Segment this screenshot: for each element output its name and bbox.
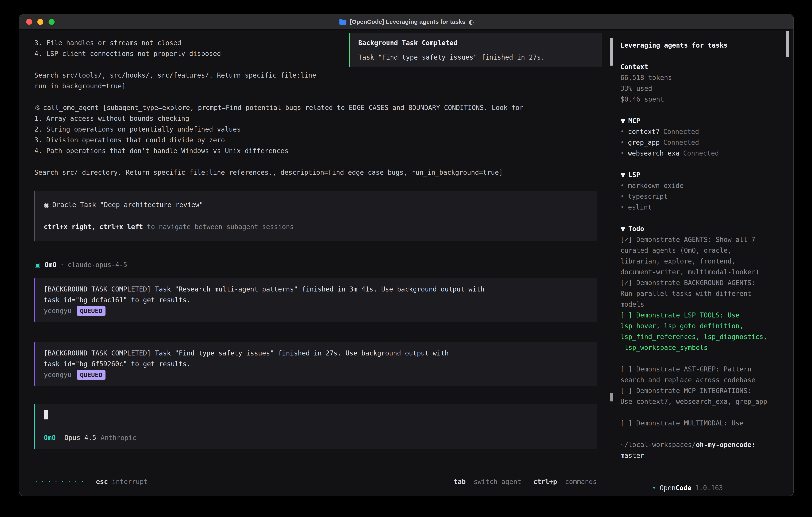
- status-badge: QUEUED: [77, 306, 106, 316]
- active-agent-label: OmO: [44, 432, 56, 443]
- workspace-repo: oh-my-opencode:: [696, 441, 755, 448]
- bullet-icon: •: [620, 203, 625, 211]
- toast-notification[interactable]: Background Task Completed Task "Find typ…: [349, 33, 602, 67]
- todo-item: [ ] Demonstrate MCP INTEGRATIONS: Use co…: [620, 385, 782, 407]
- brand-name: Open: [660, 484, 675, 492]
- log-line: Search src/tools/, src/hooks/, src/featu…: [34, 70, 597, 81]
- input-cursor-row: [44, 409, 588, 423]
- bullet-icon: •: [620, 193, 625, 200]
- agent-name: OmO: [45, 260, 57, 270]
- record-icon: ◉: [44, 201, 50, 209]
- message-line: [BACKGROUND TASK COMPLETED] Task "Find t…: [44, 348, 588, 359]
- context-used: 33% used: [620, 83, 782, 94]
- scrollbar-thumb[interactable]: [610, 393, 613, 402]
- context-section: Context 66,518 tokens 33% used $0.46 spe…: [620, 61, 782, 105]
- mcp-section: ▼MCP •context7Connected •grep_appConnect…: [620, 115, 782, 159]
- oracle-navigation-hint: ctrl+x right, ctrl+x left to navigate be…: [44, 221, 588, 232]
- minimize-window-button[interactable]: [37, 19, 44, 25]
- bullet-icon: •: [652, 484, 656, 492]
- context-tokens: 66,518 tokens: [620, 72, 782, 83]
- mcp-item: •context7Connected: [620, 126, 782, 137]
- lsp-item: •typescript: [620, 191, 782, 202]
- todo-item: [✓] Demonstrate BACKGROUND AGENTS: Run p…: [620, 277, 782, 310]
- hint-keys: ctrl+x right, ctrl+x left: [44, 223, 143, 231]
- conversation-scroll[interactable]: 3. File handles or streams not closed 4.…: [19, 30, 614, 468]
- window-title: [OpenCode] Leveraging agents for tasks ◐: [339, 19, 474, 25]
- app-window: [OpenCode] Leveraging agents for tasks ◐…: [19, 14, 794, 496]
- bullet-icon: •: [620, 149, 625, 157]
- status-badge: QUEUED: [77, 370, 106, 380]
- zoom-window-button[interactable]: [49, 19, 55, 25]
- tool-call-line: 1. Array access without bounds checking: [34, 113, 597, 124]
- message-author: yeongyu: [44, 370, 71, 380]
- workspace-path: ~/local-workspaces/oh-my-opencode: maste…: [620, 439, 782, 461]
- toast-body: Task "Find type safety issues" finished …: [358, 52, 594, 63]
- message-line: task_id="bg_dcfac161" to get results.: [44, 295, 588, 305]
- session-title: Leveraging agents for tasks: [620, 40, 782, 51]
- workspace-dir: ~/local-workspaces/: [620, 441, 696, 448]
- session-sidebar: Leveraging agents for tasks Context 66,5…: [614, 30, 793, 496]
- chevron-down-icon: ▼: [620, 117, 626, 125]
- message-line: [BACKGROUND TASK COMPLETED] Task "Resear…: [44, 284, 588, 295]
- oracle-task-title: ◉Oracle Task "Deep architecture review": [44, 199, 588, 210]
- todo-section-header[interactable]: ▼Todo: [620, 223, 782, 234]
- lsp-section-header[interactable]: ▼LSP: [620, 169, 782, 180]
- todo-item-current: [ ] Demonstrate LSP TOOLS: Use lsp_hover…: [620, 310, 782, 353]
- tool-call-header: ⚙call_omo_agent [subagent_type=explore, …: [34, 102, 597, 113]
- status-right: tab switch agent ctrl+p commands: [454, 477, 597, 487]
- agent-model: claude-opus-4-5: [68, 260, 127, 270]
- todo-item: [ ] Demonstrate AST-GREP: Pattern search…: [620, 364, 782, 385]
- bullet-icon: •: [620, 128, 625, 136]
- toast-title: Background Task Completed: [358, 37, 594, 48]
- tool-call-line: 2. String operations on potentially unde…: [34, 124, 597, 135]
- app-version: •OpenCode1.0.163: [620, 472, 782, 496]
- tool-call-footer: Search src/ directory. Return specific f…: [34, 167, 597, 178]
- model-indicator: OmO Opus 4.5 Anthropic: [44, 432, 588, 443]
- progress-icon: ◐: [468, 19, 474, 25]
- context-header: Context: [620, 61, 782, 72]
- hint-text: to navigate between subagent sessions: [143, 223, 294, 231]
- message-line: task_id="bg_6f59260c" to get results.: [44, 359, 588, 370]
- status-left: ········ esc interrupt: [34, 477, 148, 487]
- esc-key-label: interrupt: [112, 477, 148, 487]
- agent-separator: ·: [60, 260, 64, 270]
- todo-item: [ ] Demonstrate MULTIMODAL: Use: [620, 418, 782, 429]
- chevron-down-icon: ▼: [620, 171, 626, 179]
- spinner-dots-icon: ········: [34, 477, 87, 487]
- tab-hint: tab switch agent: [454, 477, 521, 487]
- background-task-message: [BACKGROUND TASK COMPLETED] Task "Find t…: [34, 342, 597, 386]
- oracle-task-panel: ◉Oracle Task "Deep architecture review" …: [34, 191, 597, 241]
- sidebar-scrollbar-thumb[interactable]: [786, 31, 789, 57]
- folder-icon: [339, 19, 347, 25]
- text-cursor: [44, 410, 48, 419]
- titlebar[interactable]: [OpenCode] Leveraging agents for tasks ◐: [19, 15, 793, 30]
- mcp-item: •websearch_exaConnected: [620, 148, 782, 159]
- scrollbar-thumb[interactable]: [610, 38, 613, 65]
- bullet-icon: •: [620, 182, 625, 190]
- model-provider-label: Anthropic: [101, 432, 137, 443]
- prompt-input[interactable]: OmO Opus 4.5 Anthropic: [34, 404, 597, 449]
- workspace-branch: master: [620, 450, 782, 461]
- bullet-icon: •: [620, 139, 625, 146]
- mcp-section-header[interactable]: ▼MCP: [620, 115, 782, 126]
- lsp-item: •eslint: [620, 202, 782, 213]
- context-spent: $0.46 spent: [620, 94, 782, 105]
- agent-header: ▣ OmO · claude-opus-4-5: [34, 260, 597, 270]
- window-controls: [26, 15, 55, 29]
- tool-call-line: 4. Path operations that don't handle Win…: [34, 145, 597, 156]
- message-meta: yeongyu QUEUED: [44, 305, 588, 316]
- message-meta: yeongyu QUEUED: [44, 370, 588, 380]
- todo-item: [✓] Demonstrate AGENTS: Show all 7 curat…: [620, 234, 782, 277]
- message-author: yeongyu: [44, 305, 71, 316]
- tool-call-line: 3. Division operations that could divide…: [34, 135, 597, 145]
- lsp-section: ▼LSP •markdown-oxide •typescript •eslint: [620, 169, 782, 213]
- commands-hint: ctrl+p commands: [533, 477, 597, 487]
- agent-square-icon: ▣: [34, 260, 40, 270]
- close-window-button[interactable]: [26, 19, 32, 25]
- mcp-item: •grep_appConnected: [620, 137, 782, 148]
- gear-icon: ⚙: [34, 104, 40, 112]
- active-model-label: Opus 4.5: [64, 432, 96, 443]
- main-scrollbar[interactable]: [610, 30, 614, 496]
- lsp-item: •markdown-oxide: [620, 180, 782, 191]
- todo-section: ▼Todo [✓] Demonstrate AGENTS: Show all 7…: [620, 223, 782, 429]
